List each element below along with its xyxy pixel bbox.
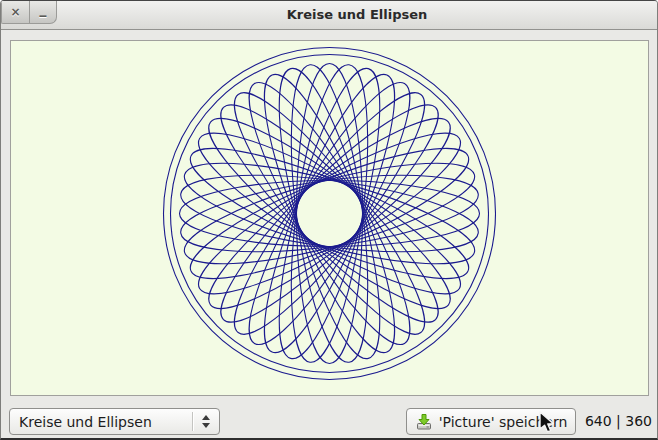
- chevron-updown-icon: [193, 415, 219, 428]
- drawing-area: [10, 40, 649, 396]
- window-buttons: × ‒: [1, 1, 57, 29]
- minimize-button[interactable]: ‒: [29, 1, 57, 24]
- app-window: × ‒ Kreise und Ellipsen Kreise und Ellip…: [0, 0, 658, 440]
- picture-select-combobox[interactable]: Kreise und Ellipsen: [9, 408, 220, 435]
- close-icon: ×: [10, 5, 20, 19]
- size-indicator: 640 | 360: [585, 408, 652, 435]
- titlebar: × ‒ Kreise und Ellipsen: [1, 1, 657, 30]
- picture-select-value: Kreise und Ellipsen: [10, 414, 192, 430]
- save-icon: [415, 413, 433, 431]
- pattern-svg: [11, 41, 648, 395]
- save-button-label: 'Picture' speichern: [439, 414, 568, 430]
- save-picture-button[interactable]: 'Picture' speichern: [406, 408, 576, 435]
- minimize-icon: ‒: [39, 9, 47, 23]
- close-button[interactable]: ×: [1, 1, 29, 24]
- window-title: Kreise und Ellipsen: [57, 1, 657, 29]
